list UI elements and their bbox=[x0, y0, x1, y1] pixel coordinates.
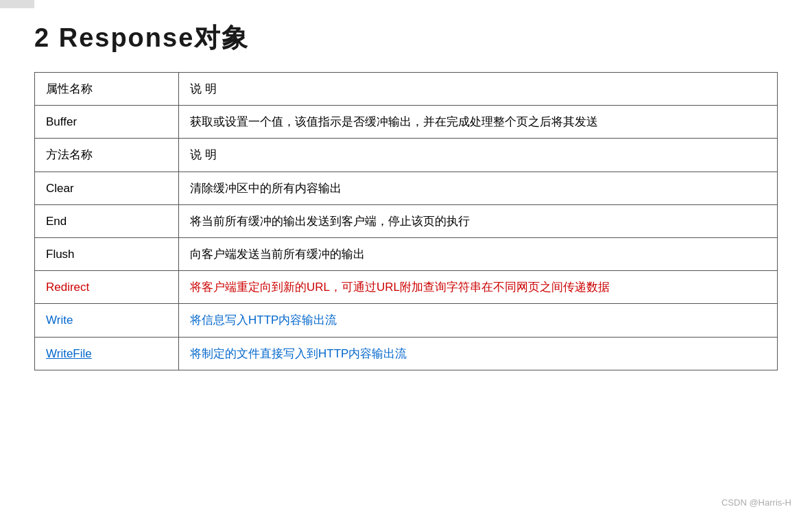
table-cell-name: Write bbox=[35, 304, 179, 337]
table-row: WriteFile将制定的文件直接写入到HTTP内容输出流 bbox=[35, 337, 778, 370]
table-cell-desc: 将客户端重定向到新的URL，可通过URL附加查询字符串在不同网页之间传递数据 bbox=[179, 271, 778, 304]
response-table: 属性名称说 明Buffer获取或设置一个值，该值指示是否缓冲输出，并在完成处理整… bbox=[34, 72, 778, 370]
table-cell-name: Buffer bbox=[35, 106, 179, 139]
table-cell-desc: 将当前所有缓冲的输出发送到客户端，停止该页的执行 bbox=[179, 204, 778, 237]
table-row: 方法名称说 明 bbox=[35, 139, 778, 172]
table-cell-desc: 说 明 bbox=[179, 73, 778, 106]
table-cell-name: 方法名称 bbox=[35, 139, 179, 172]
table-row: Write将信息写入HTTP内容输出流 bbox=[35, 304, 778, 337]
table-cell-desc: 说 明 bbox=[179, 139, 778, 172]
table-cell-name: Clear bbox=[35, 172, 179, 204]
table-row: Redirect将客户端重定向到新的URL，可通过URL附加查询字符串在不同网页… bbox=[35, 271, 778, 304]
page-title: 2 Response对象 bbox=[34, 21, 778, 56]
table-cell-desc: 向客户端发送当前所有缓冲的输出 bbox=[179, 237, 778, 270]
table-cell-desc: 将信息写入HTTP内容输出流 bbox=[179, 304, 778, 337]
table-cell-name: 属性名称 bbox=[35, 73, 179, 106]
table-row: Flush向客户端发送当前所有缓冲的输出 bbox=[35, 237, 778, 270]
table-cell-name: Redirect bbox=[35, 271, 179, 304]
table-cell-desc: 将制定的文件直接写入到HTTP内容输出流 bbox=[179, 337, 778, 370]
watermark: CSDN @Harris-H bbox=[721, 497, 791, 508]
table-row: End将当前所有缓冲的输出发送到客户端，停止该页的执行 bbox=[35, 204, 778, 237]
table-row: Buffer获取或设置一个值，该值指示是否缓冲输出，并在完成处理整个页之后将其发… bbox=[35, 106, 778, 139]
table-cell-name: Flush bbox=[35, 237, 179, 270]
table-cell-name: WriteFile bbox=[35, 337, 179, 370]
table-cell-name: End bbox=[35, 204, 179, 237]
table-cell-desc: 获取或设置一个值，该值指示是否缓冲输出，并在完成处理整个页之后将其发送 bbox=[179, 106, 778, 139]
top-decoration bbox=[0, 0, 34, 8]
table-cell-desc: 清除缓冲区中的所有内容输出 bbox=[179, 172, 778, 204]
table-row: 属性名称说 明 bbox=[35, 73, 778, 106]
table-row: Clear清除缓冲区中的所有内容输出 bbox=[35, 172, 778, 204]
